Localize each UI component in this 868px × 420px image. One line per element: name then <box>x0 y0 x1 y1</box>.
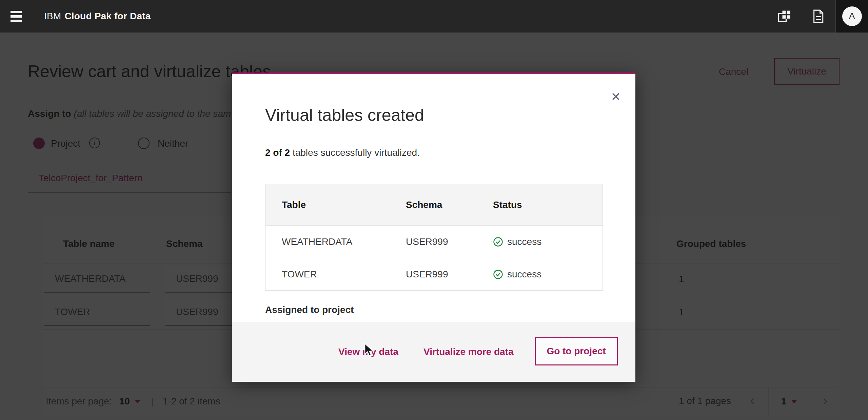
cell-status: success <box>493 258 541 290</box>
cell-schema: USER999 <box>406 226 448 258</box>
summary-count: 2 of 2 <box>265 147 290 158</box>
cell-table: TOWER <box>282 258 317 290</box>
document-icon[interactable] <box>802 0 834 33</box>
results-table: Table Schema Status WEATHERDATA USER999 … <box>265 184 603 291</box>
summary-text: tables successfully virtualized. <box>290 147 420 158</box>
virtualize-more-data-button[interactable]: Virtualize more data <box>423 322 514 382</box>
profile-section: A <box>835 0 868 33</box>
brand-title: IBM Cloud Pak for Data <box>44 0 151 33</box>
app-switcher-icon[interactable] <box>768 0 801 33</box>
success-check-icon <box>493 269 503 279</box>
status-text: success <box>507 269 541 280</box>
results-table-header: Table Schema Status <box>265 184 603 225</box>
avatar[interactable]: A <box>842 6 862 26</box>
modal-title: Virtual tables created <box>265 105 424 125</box>
col-header-status: Status <box>493 184 522 225</box>
assigned-to-project-label: Assigned to project <box>265 304 354 315</box>
cell-schema: USER999 <box>406 258 448 290</box>
brand-name: Cloud Pak for Data <box>64 11 151 22</box>
go-to-project-button[interactable]: Go to project <box>535 337 618 365</box>
avatar-initial: A <box>849 11 855 22</box>
hamburger-menu-icon[interactable] <box>0 0 33 33</box>
table-row: TOWER USER999 success <box>265 258 603 290</box>
cell-table: WEATHERDATA <box>282 226 352 258</box>
virtual-tables-created-modal: Virtual tables created 2 of 2 tables suc… <box>232 72 635 380</box>
col-header-schema: Schema <box>406 184 442 225</box>
table-row: WEATHERDATA USER999 success <box>265 225 603 258</box>
view-my-data-button[interactable]: View my data <box>338 322 398 382</box>
modal-summary: 2 of 2 tables successfully virtualized. <box>265 147 420 158</box>
brand-prefix: IBM <box>44 11 61 22</box>
success-check-icon <box>493 237 503 247</box>
close-icon[interactable] <box>606 87 625 106</box>
status-text: success <box>507 236 541 247</box>
cell-status: success <box>493 226 541 258</box>
col-header-table: Table <box>282 184 306 225</box>
hamburger-bars <box>11 9 22 24</box>
modal-footer: View my data Virtualize more data Go to … <box>232 322 635 382</box>
app-header: IBM Cloud Pak for Data A <box>0 0 868 33</box>
